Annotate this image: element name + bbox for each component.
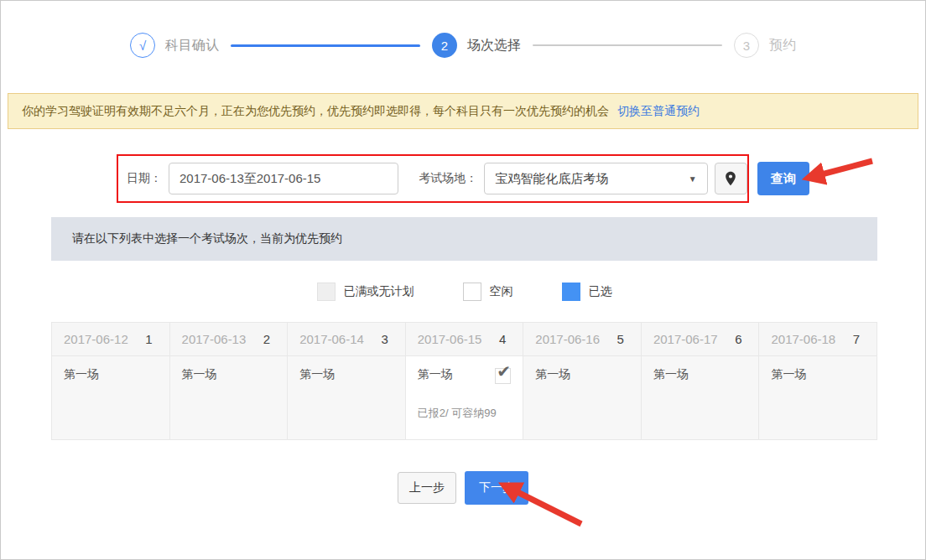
checkmark-icon: ✔ <box>497 363 511 380</box>
legend-swatch-selected <box>562 283 580 301</box>
session-label: 第一场 <box>299 367 335 382</box>
query-button[interactable]: 查询 <box>757 162 809 195</box>
legend-label: 已满或无计划 <box>344 284 414 299</box>
legend-swatch-free <box>463 283 481 301</box>
date-label: 日期： <box>127 171 162 186</box>
table-header-row: 2017-06-1212017-06-1322017-06-1432017-06… <box>52 323 877 356</box>
column-header: 2017-06-176 <box>642 323 760 356</box>
session-cell[interactable]: 第一场 <box>170 356 289 439</box>
legend-item-selected: 已选 <box>562 283 612 301</box>
exam-site-selected-value: 宝鸡智能化底店考场 <box>495 171 608 187</box>
session-cell[interactable]: 第一场 <box>52 356 170 439</box>
stepper-connector-active <box>231 44 420 47</box>
column-date: 2017-06-16 <box>535 332 600 346</box>
column-day-number: 1 <box>145 332 152 346</box>
session-label: 第一场 <box>182 367 217 382</box>
column-day-number: 6 <box>735 332 741 346</box>
column-date: 2017-06-12 <box>64 332 128 346</box>
column-header: 2017-06-187 <box>759 323 877 356</box>
session-label: 第一场 <box>418 367 453 382</box>
column-day-number: 2 <box>263 332 270 346</box>
session-row: 第一场 <box>182 367 276 382</box>
booking-page: √ 科目确认 2 场次选择 3 预约 你的学习驾驶证明有效期不足六个月，正在为您… <box>0 0 926 560</box>
column-header: 2017-06-143 <box>288 323 406 356</box>
map-pin-icon <box>722 170 739 187</box>
session-label: 第一场 <box>771 367 806 382</box>
session-row: 第一场 <box>771 367 865 382</box>
session-row: 第一场 <box>653 367 747 382</box>
session-label: 第一场 <box>653 367 689 382</box>
step-reserve: 3 预约 <box>734 33 796 58</box>
priority-notice-banner: 你的学习驾驶证明有效期不足六个月，正在为您优先预约，优先预约即选即得，每个科目只… <box>8 93 918 129</box>
session-label: 第一场 <box>535 367 570 382</box>
column-date: 2017-06-18 <box>771 332 835 346</box>
switch-to-normal-booking-link[interactable]: 切换至普通预约 <box>617 104 700 119</box>
column-day-number: 4 <box>499 332 506 346</box>
date-range-input[interactable] <box>169 163 398 194</box>
column-day-number: 5 <box>617 332 624 346</box>
wizard-buttons: 上一步 下一步 <box>1 471 925 505</box>
session-cell[interactable]: 第一场 <box>642 356 760 439</box>
notice-text: 你的学习驾驶证明有效期不足六个月，正在为您优先预约，优先预约即选即得，每个科目只… <box>22 104 609 119</box>
column-header: 2017-06-132 <box>170 323 289 356</box>
legend-label: 空闲 <box>490 284 513 299</box>
column-date: 2017-06-14 <box>299 332 364 346</box>
step-number-badge: 3 <box>734 33 759 58</box>
session-row: 第一场 <box>299 367 393 382</box>
filter-highlight-box: 日期： 考试场地： 宝鸡智能化底店考场 ▼ <box>117 154 749 203</box>
stepper-connector-pending <box>533 44 722 46</box>
step-label: 科目确认 <box>165 37 219 54</box>
legend-item-free: 空闲 <box>463 283 513 301</box>
legend-label: 已选 <box>589 284 612 299</box>
session-row: 第一场 <box>64 367 158 382</box>
column-header: 2017-06-165 <box>523 323 642 356</box>
session-checkbox-checked[interactable]: ✔ <box>495 368 511 384</box>
step-done-check-icon: √ <box>130 33 155 58</box>
session-cell[interactable]: 第一场 <box>523 356 642 439</box>
column-header: 2017-06-154 <box>406 323 524 356</box>
column-header: 2017-06-121 <box>52 323 170 356</box>
step-label: 场次选择 <box>467 37 521 54</box>
legend-swatch-full <box>317 283 336 301</box>
session-row: 第一场 <box>535 367 629 382</box>
column-day-number: 7 <box>853 332 860 346</box>
chevron-down-icon: ▼ <box>689 174 697 184</box>
stepper: √ 科目确认 2 场次选择 3 预约 <box>1 33 925 58</box>
column-date: 2017-06-17 <box>653 332 718 346</box>
column-date: 2017-06-15 <box>418 332 482 346</box>
session-cell[interactable]: 第一场 <box>288 356 406 439</box>
session-label: 第一场 <box>64 367 99 382</box>
session-row: 第一场✔ <box>418 367 512 384</box>
step-subject-confirm: √ 科目确认 <box>130 33 219 58</box>
table-body-row: 第一场第一场第一场第一场✔已报2/ 可容纳99第一场第一场第一场 <box>52 356 877 439</box>
exam-site-select[interactable]: 宝鸡智能化底店考场 ▼ <box>484 163 707 194</box>
session-cell[interactable]: 第一场 <box>759 356 877 439</box>
legend-item-full: 已满或无计划 <box>317 283 414 301</box>
step-number-badge: 2 <box>432 33 457 58</box>
step-session-select: 2 场次选择 <box>432 33 521 58</box>
column-day-number: 3 <box>381 332 388 346</box>
next-step-button[interactable]: 下一步 <box>465 471 528 505</box>
annotation-arrow-query <box>800 154 877 193</box>
column-date: 2017-06-13 <box>182 332 247 346</box>
exam-site-label: 考试场地： <box>419 171 477 186</box>
prev-step-button[interactable]: 上一步 <box>398 472 456 504</box>
session-cell[interactable]: 第一场✔已报2/ 可容纳99 <box>406 356 524 439</box>
step-label: 预约 <box>769 37 796 54</box>
session-list-title: 请在以下列表中选择一个考试场次，当前为优先预约 <box>51 217 877 261</box>
session-capacity-info: 已报2/ 可容纳99 <box>418 406 512 421</box>
session-table: 2017-06-1212017-06-1322017-06-1432017-06… <box>51 322 877 440</box>
map-location-button[interactable] <box>715 163 747 194</box>
legend: 已满或无计划空闲已选 <box>51 261 877 322</box>
